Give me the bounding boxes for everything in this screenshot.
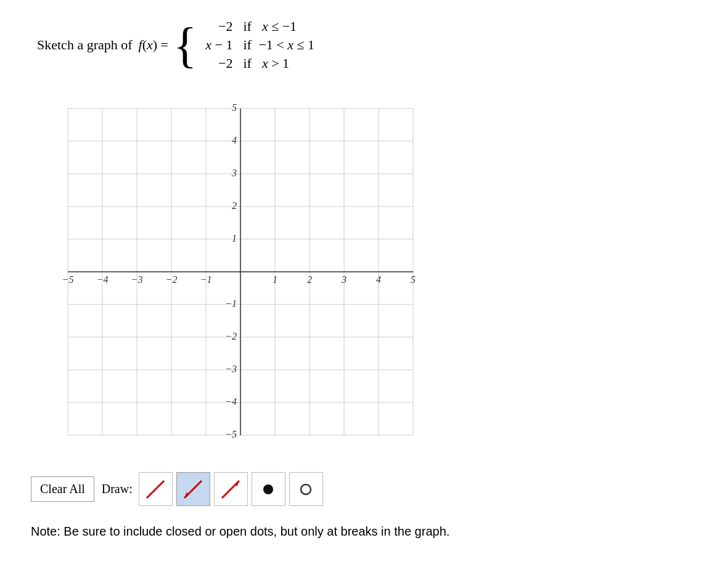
piecewise-cases: −2 if x ≤ −1 x − 1 if −1 < x ≤ 1 −2 if x… bbox=[202, 18, 360, 71]
svg-point-5 bbox=[263, 484, 273, 494]
closed-dot-icon bbox=[257, 478, 279, 500]
case-3-if: if bbox=[236, 55, 258, 71]
line-segment-icon bbox=[144, 478, 166, 500]
note-section: Note: Be sure to include closed or open … bbox=[25, 525, 689, 539]
tool-line-segment[interactable] bbox=[139, 472, 173, 506]
ray-right-icon bbox=[220, 478, 242, 500]
case-2-if: if bbox=[236, 37, 255, 53]
piecewise-case-3: −2 if x > 1 bbox=[202, 55, 360, 71]
piecewise-brace: { bbox=[173, 20, 197, 70]
tool-ray-left[interactable] bbox=[176, 472, 210, 506]
case-3-value: −2 bbox=[202, 55, 232, 71]
ray-left-icon bbox=[182, 478, 204, 500]
case-1-if: if bbox=[236, 18, 258, 35]
case-2-condition: −1 < x ≤ 1 bbox=[258, 37, 357, 53]
case-1-value: −2 bbox=[202, 18, 232, 35]
piecewise-case-1: −2 if x ≤ −1 bbox=[202, 18, 360, 35]
draw-label: Draw: bbox=[102, 482, 133, 496]
case-3-condition: x > 1 bbox=[262, 55, 361, 71]
toolbar: Clear All Draw: bbox=[31, 472, 689, 506]
sketch-text: Sketch a graph of bbox=[37, 37, 133, 53]
tool-closed-dot[interactable] bbox=[252, 472, 285, 506]
note-text: Note: Be sure to include closed or open … bbox=[31, 525, 689, 539]
open-dot-icon bbox=[295, 478, 317, 500]
clear-all-button[interactable]: Clear All bbox=[31, 476, 94, 502]
case-1-condition: x ≤ −1 bbox=[262, 18, 361, 35]
tool-ray-right[interactable] bbox=[214, 472, 248, 506]
graph-section bbox=[31, 90, 689, 460]
case-2-value: x − 1 bbox=[202, 37, 232, 53]
function-label: f(x) = bbox=[139, 37, 168, 53]
graph-canvas[interactable] bbox=[31, 90, 438, 460]
piecewise-case-2: x − 1 if −1 < x ≤ 1 bbox=[202, 37, 360, 53]
svg-line-0 bbox=[147, 481, 164, 498]
svg-point-6 bbox=[301, 484, 311, 494]
graph-wrapper bbox=[31, 90, 438, 460]
tool-open-dot[interactable] bbox=[289, 472, 323, 506]
problem-statement: Sketch a graph of f(x) = { −2 if x ≤ −1 … bbox=[37, 18, 689, 71]
